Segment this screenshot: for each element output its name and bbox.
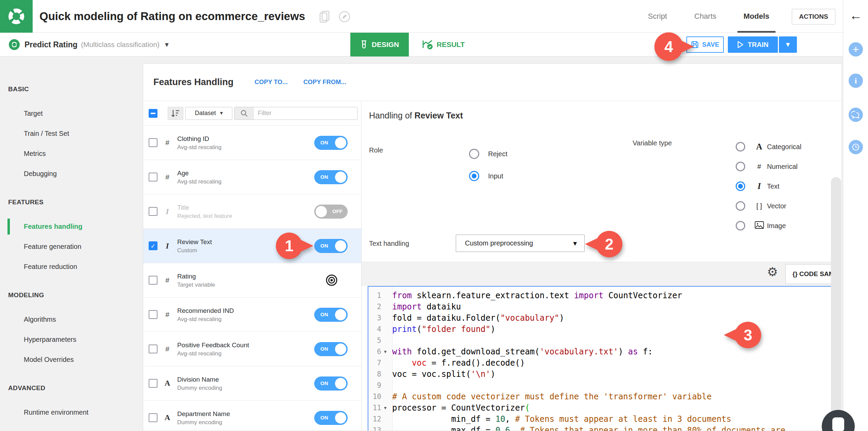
feature-toggle-on-division-name[interactable]: ON	[314, 377, 348, 390]
sidebar-item-train-test-set[interactable]: Train / Test Set	[0, 124, 143, 144]
feature-checkbox-clothing-id[interactable]	[149, 138, 157, 147]
custom-code-editor[interactable]: 1from sklearn.feature_extraction.text im…	[368, 286, 841, 431]
feature-toggle-on-department-name[interactable]: ON	[314, 411, 348, 425]
train-button[interactable]: TRAIN	[728, 36, 778, 53]
sidebar-item-metrics[interactable]: Metrics	[0, 144, 143, 164]
feature-checkbox-age[interactable]	[149, 173, 157, 181]
fold-arrow-icon[interactable]: ▾	[384, 349, 392, 355]
model-selector[interactable]: Predict Rating (Multiclass classificatio…	[9, 33, 169, 57]
select-all-checkbox[interactable]	[149, 109, 157, 118]
feature-row-division-name[interactable]: ADivision NameDummy encodingON	[143, 366, 361, 401]
navigator-icon[interactable]	[337, 10, 352, 24]
rail-chat-button[interactable]	[849, 108, 863, 122]
app-window: Quick modeling of Rating on ecommerce_re…	[0, 0, 868, 431]
train-dropdown-button[interactable]: ▼	[779, 36, 797, 53]
tab-result[interactable]: RESULT	[414, 33, 472, 57]
feature-toggle-on-recommended-ind[interactable]: ON	[314, 308, 348, 322]
sort-button[interactable]	[168, 107, 183, 120]
variable-type-option-text[interactable]: IText	[736, 176, 801, 196]
feature-list-column: Dataset ▼ #Clothing IDAvg-std rescalingO…	[143, 101, 362, 431]
radio-text[interactable]	[736, 181, 745, 191]
dataiku-logo[interactable]	[0, 0, 33, 33]
radio-reject[interactable]	[469, 149, 479, 159]
sidebar-section-items: Features handlingFeature generationFeatu…	[0, 217, 143, 277]
variable-type-option-numerical[interactable]: #Numerical	[736, 157, 801, 176]
sidebar-item-hyperparameters[interactable]: Hyperparameters	[0, 330, 143, 350]
sidebar-item-target[interactable]: Target	[0, 103, 143, 124]
feature-row-clothing-id[interactable]: #Clothing IDAvg-std rescalingON	[143, 126, 361, 160]
tab-models[interactable]: Models	[744, 0, 769, 33]
radio-numerical[interactable]	[736, 162, 745, 171]
fold-arrow-icon[interactable]: ▾	[384, 405, 392, 411]
sidebar-item-feature-generation[interactable]: Feature generation	[0, 237, 143, 257]
radio-input[interactable]	[469, 171, 479, 181]
variable-type-option-categorical[interactable]: ACategorical	[736, 137, 801, 157]
rail-plus-button[interactable]: +	[849, 42, 863, 57]
feature-row-rating[interactable]: #RatingTarget variable	[143, 263, 361, 298]
feature-row-department-name[interactable]: ADepartment NameDummy encodingON	[143, 401, 361, 431]
toggle-label: ON	[320, 174, 328, 180]
filter-input[interactable]	[254, 107, 357, 119]
sidebar-item-algorithms[interactable]: Algorithms	[0, 309, 143, 330]
feature-checkbox-recommended-ind[interactable]	[149, 310, 157, 319]
role-option-reject[interactable]: Reject	[469, 145, 507, 162]
feature-toggle-on-clothing-id[interactable]: ON	[314, 136, 348, 150]
variable-type-option-image[interactable]: Image	[736, 216, 801, 236]
vertical-scrollbar[interactable]	[831, 177, 841, 417]
numeric-type-icon: #	[162, 139, 172, 147]
line-number: 9	[368, 381, 384, 389]
sidebar-section-title: BASIC	[8, 84, 143, 94]
sidebar-item-runtime-environment[interactable]: Runtime environment	[0, 402, 143, 422]
categorical-type-icon: A	[162, 379, 172, 388]
feature-checkbox-title[interactable]	[149, 207, 157, 216]
radio-categorical[interactable]	[736, 142, 745, 151]
feature-checkbox-positive-feedback-count[interactable]	[149, 345, 157, 353]
feature-checkbox-division-name[interactable]	[149, 379, 157, 388]
copy-icon[interactable]	[318, 10, 332, 24]
tab-charts[interactable]: Charts	[694, 0, 716, 33]
sidebar-item-feature-reduction[interactable]: Feature reduction	[0, 257, 143, 277]
tab-design[interactable]: DESIGN	[350, 33, 409, 57]
variable-type-option-vector[interactable]: [ ]Vector	[736, 196, 801, 216]
actions-button[interactable]: ACTIONS	[792, 9, 835, 25]
vector-type-icon: [ ]	[753, 202, 766, 210]
feature-row-title[interactable]: ITitleRejected, text featureOFF	[143, 194, 361, 229]
feature-info: AgeAvg-std rescaling	[177, 169, 221, 186]
tab-script[interactable]: Script	[648, 0, 667, 33]
text-handling-dropdown[interactable]: Custom preprocessing ▼	[456, 235, 585, 252]
radio-image[interactable]	[736, 221, 745, 230]
feature-toggle-off-title[interactable]: OFF	[314, 205, 348, 219]
sidebar-item-model-overrides[interactable]: Model Overrides	[0, 350, 143, 370]
line-number: 1	[368, 291, 384, 300]
sidebar-item-features-handling[interactable]: Features handling	[0, 217, 143, 237]
role-options: RejectInput	[469, 145, 507, 185]
rail-info-button[interactable]: i	[849, 74, 863, 88]
dataset-dropdown[interactable]: Dataset ▼	[185, 107, 232, 120]
radio-vector[interactable]	[736, 201, 745, 211]
feature-toggle-on-positive-feedback-count[interactable]: ON	[314, 342, 348, 356]
feature-checkbox-review-text[interactable]: ✓	[149, 241, 157, 250]
line-number: 13	[368, 426, 384, 431]
feature-toggle-on-age[interactable]: ON	[314, 170, 348, 184]
feature-toggle-on-review-text[interactable]: ON	[314, 239, 348, 253]
collapse-arrow-icon[interactable]: ←	[843, 8, 868, 23]
sidebar-section-advanced: ADVANCEDRuntime environment	[0, 383, 143, 422]
feature-row-review-text[interactable]: ✓IReview TextCustomON	[143, 229, 361, 263]
toggle-knob	[316, 206, 327, 217]
feature-row-recommended-ind[interactable]: #Recommended INDAvg-std rescalingON	[143, 298, 361, 332]
sidebar-section-title: FEATURES	[8, 197, 143, 207]
sort-icon	[171, 109, 180, 118]
role-option-input[interactable]: Input	[469, 167, 507, 185]
numerical-type-icon: #	[753, 163, 766, 171]
variable-type-label: Variable type	[633, 139, 672, 147]
sidebar-item-debugging[interactable]: Debugging	[0, 164, 143, 184]
copy-to-link[interactable]: COPY TO...	[255, 79, 288, 86]
copy-from-link[interactable]: COPY FROM...	[303, 79, 346, 86]
gear-icon[interactable]: ⚙	[767, 265, 778, 279]
rail-history-button[interactable]	[849, 140, 863, 154]
feature-checkbox-rating[interactable]	[149, 276, 157, 285]
feature-checkbox-department-name[interactable]	[149, 413, 157, 422]
feature-row-age[interactable]: #AgeAvg-std rescalingON	[143, 160, 361, 194]
role-label: Role	[369, 146, 383, 154]
feature-row-positive-feedback-count[interactable]: #Positive Feedback CountAvg-std rescalin…	[143, 332, 361, 366]
